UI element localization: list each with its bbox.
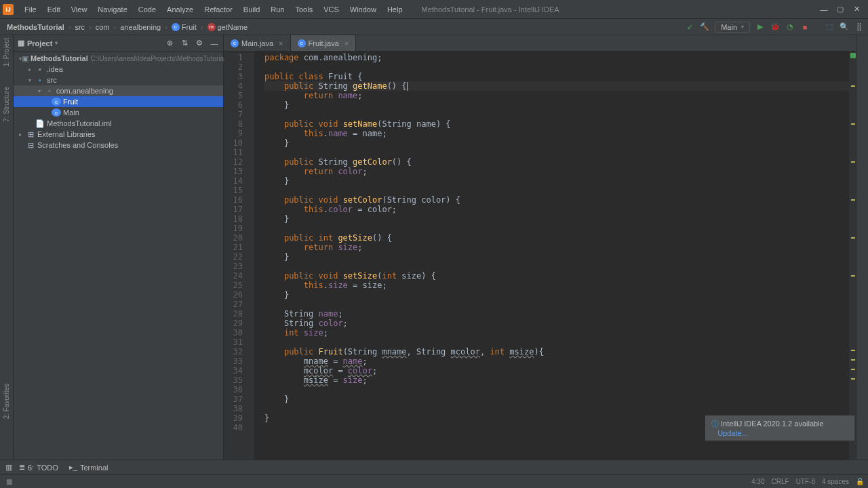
todo-tab[interactable]: ≣6: TODO xyxy=(14,463,64,472)
bc-method[interactable]: mgetName xyxy=(205,23,251,31)
code-editor[interactable]: 1234567891011121314151617181920212223242… xyxy=(224,52,856,460)
tab-fruit[interactable]: cFruit.java× xyxy=(291,35,357,51)
error-stripe[interactable] xyxy=(849,52,856,460)
tree-idea-folder[interactable]: ▸▪.idea xyxy=(14,64,223,75)
menu-code[interactable]: Code xyxy=(133,5,161,14)
run-button[interactable]: ▶ xyxy=(755,22,765,32)
editor-tabs: cMain.java× cFruit.java× xyxy=(224,35,856,52)
readonly-lock-icon[interactable]: 🔓 xyxy=(856,478,864,485)
update-notification[interactable]: ⓘ IntelliJ IDEA 2020.1.2 available Updat… xyxy=(705,415,854,441)
indent-info[interactable]: 4 spaces xyxy=(822,478,849,485)
menu-vcs[interactable]: VCS xyxy=(318,5,344,14)
bc-src[interactable]: src xyxy=(72,23,87,31)
build-hammer-icon[interactable]: 🔨 xyxy=(700,22,709,32)
settings-gear-icon[interactable]: ⚙ xyxy=(195,39,204,48)
search-everywhere-icon[interactable]: 🔍 xyxy=(840,22,849,32)
menu-window[interactable]: Window xyxy=(344,5,382,14)
vcs-update-icon[interactable]: ⬚ xyxy=(825,22,834,32)
menu-build[interactable]: Build xyxy=(238,5,265,14)
maximize-button[interactable]: ▢ xyxy=(835,5,845,14)
close-tab-icon[interactable]: × xyxy=(279,39,283,47)
bottom-toolwindow-bar: ▥ ≣6: TODO ▸_Terminal xyxy=(0,460,868,474)
window-title: MethodsTutorial - Fruit.java - IntelliJ … xyxy=(408,5,819,14)
sync-icon[interactable]: ↙ xyxy=(685,22,694,32)
line-separator[interactable]: CRLF xyxy=(772,478,789,485)
menu-navigate[interactable]: Navigate xyxy=(92,5,132,14)
right-toolwindow-stripe xyxy=(856,35,868,460)
tree-scratches[interactable]: ⊟Scratches and Consoles xyxy=(14,140,223,150)
left-toolwindow-stripe: 1: Project 7: Structure 2: Favorites xyxy=(0,35,14,460)
terminal-tab[interactable]: ▸_Terminal xyxy=(64,463,114,472)
statusbar-tool-icon[interactable]: ▩ xyxy=(4,477,14,487)
status-bar: ▩ 4:30 CRLF UTF-8 4 spaces 🔓 xyxy=(0,474,868,488)
editor-area: cMain.java× cFruit.java× 123456789101112… xyxy=(224,35,856,460)
close-button[interactable]: ✕ xyxy=(852,5,861,14)
tree-external-libraries[interactable]: ▸⊞External Libraries xyxy=(14,129,223,140)
project-tree[interactable]: ▾▣ MethodsTutorial C:\Users\aneal\IdeaPr… xyxy=(14,52,223,152)
sidetab-project[interactable]: 1: Project xyxy=(3,38,10,66)
minimize-button[interactable]: — xyxy=(819,5,829,14)
expand-all-icon[interactable]: ⇅ xyxy=(180,39,189,48)
tree-main-class[interactable]: cMain xyxy=(14,107,223,118)
toolwindow-toggle-icon[interactable]: ▥ xyxy=(4,463,14,472)
cursor-position[interactable]: 4:30 xyxy=(751,478,764,485)
menu-file[interactable]: File xyxy=(19,5,42,14)
menu-view[interactable]: View xyxy=(66,5,93,14)
info-icon: ⓘ xyxy=(711,420,719,428)
menu-tools[interactable]: Tools xyxy=(290,5,318,14)
menu-help[interactable]: Help xyxy=(382,5,408,14)
title-menubar: IJ File Edit View Navigate Code Analyze … xyxy=(0,0,868,19)
tree-iml-file[interactable]: 📄MethodsTutorial.iml xyxy=(14,118,223,129)
notification-title: IntelliJ IDEA 2020.1.2 available xyxy=(721,420,824,428)
hide-panel-icon[interactable]: — xyxy=(210,39,219,48)
run-config-selector[interactable]: Main▾ xyxy=(715,22,750,33)
project-tool-window: ▦Project▾ ⊕ ⇅ ⚙ — ▾▣ MethodsTutorial C:\… xyxy=(14,35,224,460)
line-number-gutter: 1234567891011121314151617181920212223242… xyxy=(224,52,247,460)
close-tab-icon[interactable]: × xyxy=(344,39,349,47)
bc-class[interactable]: cFruit xyxy=(169,23,199,31)
bc-pkg[interactable]: anealbening xyxy=(117,23,163,31)
navigation-bar: MethodsTutorial › src › com › anealbenin… xyxy=(0,19,868,35)
menu-run[interactable]: Run xyxy=(265,5,290,14)
debug-button[interactable]: 🐞 xyxy=(770,22,780,32)
stop-button[interactable]: ■ xyxy=(800,22,810,32)
sidetab-favorites[interactable]: 2: Favorites xyxy=(3,384,10,419)
menu-refactor[interactable]: Refactor xyxy=(199,5,238,14)
menu-edit[interactable]: Edit xyxy=(42,5,66,14)
file-encoding[interactable]: UTF-8 xyxy=(796,478,815,485)
app-icon: IJ xyxy=(3,4,14,15)
tree-src-folder[interactable]: ▾▪src xyxy=(14,75,223,85)
analysis-ok-icon xyxy=(850,53,856,58)
menu-analyze[interactable]: Analyze xyxy=(161,5,199,14)
fold-gutter[interactable] xyxy=(247,52,255,460)
settings-icon[interactable]: ⣿ xyxy=(854,22,864,32)
tree-project-root[interactable]: ▾▣ MethodsTutorial C:\Users\aneal\IdeaPr… xyxy=(14,53,223,64)
tab-main[interactable]: cMain.java× xyxy=(224,35,291,51)
tree-fruit-class[interactable]: cFruit xyxy=(14,96,223,107)
update-link[interactable]: Update... xyxy=(717,429,748,437)
bc-com[interactable]: com xyxy=(93,23,113,31)
sidetab-structure[interactable]: 7: Structure xyxy=(3,87,10,122)
bc-project[interactable]: MethodsTutorial xyxy=(4,23,67,31)
tree-package[interactable]: ▾▫com.anealbening xyxy=(14,85,223,96)
locate-file-icon[interactable]: ⊕ xyxy=(165,39,174,48)
coverage-button[interactable]: ◔ xyxy=(785,22,795,32)
project-panel-title[interactable]: ▦Project▾ xyxy=(18,39,58,47)
